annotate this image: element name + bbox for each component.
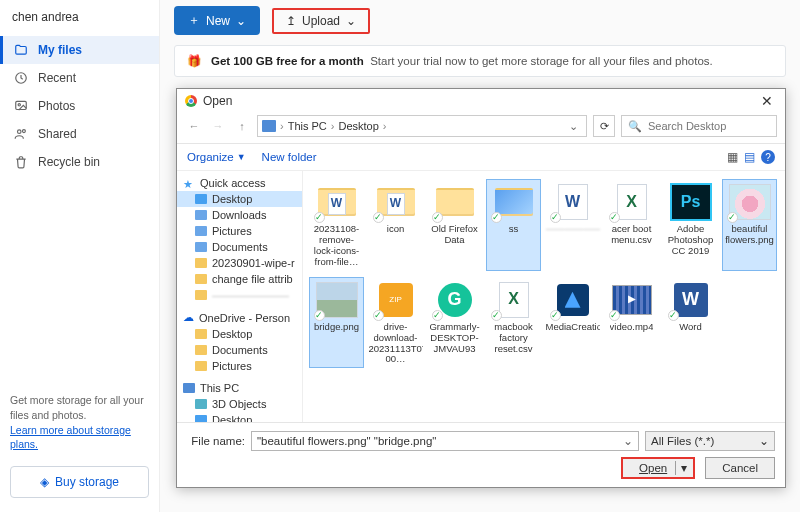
tree-folder-c[interactable]: ——————— (177, 287, 302, 303)
folder-icon (195, 329, 207, 339)
nav-recycle[interactable]: Recycle bin (0, 148, 159, 176)
back-button[interactable]: ← (185, 120, 203, 132)
view-details-button[interactable]: ▤ (744, 150, 755, 164)
open-button[interactable]: Open▾ (621, 457, 695, 479)
new-folder-button[interactable]: New folder (262, 151, 317, 163)
chevron-down-icon: ▼ (237, 152, 246, 162)
organize-menu[interactable]: Organize ▼ (187, 151, 246, 163)
synced-icon: ✓ (550, 310, 561, 321)
pc-icon (262, 120, 276, 132)
file-item[interactable]: X✓acer boot menu.csv (604, 179, 659, 271)
documents-icon (195, 242, 207, 252)
crumb-leaf[interactable]: Desktop (338, 120, 378, 132)
filename-input[interactable]: "beautiful flowers.png" "bridge.png"⌄ (251, 431, 639, 451)
file-item[interactable]: G✓Grammarly-DESKTOP-JMVAU93 (427, 277, 482, 369)
file-grid: W✓20231108-remove-lock-icons-from-file… … (303, 171, 785, 422)
file-item[interactable]: W✓20231108-remove-lock-icons-from-file… (309, 179, 364, 271)
chevron-down-icon[interactable]: ▾ (675, 461, 687, 475)
diamond-icon: ◈ (40, 475, 49, 489)
svg-point-2 (18, 104, 20, 106)
file-item[interactable]: X✓macbook factory reset.csv (486, 277, 541, 369)
tree-3d-objects[interactable]: 3D Objects (177, 396, 302, 412)
file-item[interactable]: ✓ss (486, 179, 541, 271)
nav-my-files[interactable]: My files (0, 36, 159, 64)
filename-label: File name: (187, 435, 245, 447)
file-item[interactable]: PsAdobe Photoshop CC 2019 (663, 179, 718, 271)
file-item[interactable]: ▶✓video.mp4 (604, 277, 659, 369)
tree-this-pc[interactable]: This PC (177, 380, 302, 396)
synced-icon: ✓ (314, 212, 325, 223)
cloud-icon: ☁ (183, 311, 194, 324)
desktop-icon (195, 415, 207, 422)
synced-icon: ✓ (432, 212, 443, 223)
crumb-root[interactable]: This PC (288, 120, 327, 132)
dialog-nav: ← → ↑ › This PC › Desktop › ⌄ ⟳ 🔍 Search… (177, 113, 785, 144)
search-input[interactable]: 🔍 Search Desktop (621, 115, 777, 137)
downloads-icon (195, 210, 207, 220)
tree-downloads[interactable]: Downloads (177, 207, 302, 223)
forward-button[interactable]: → (209, 120, 227, 132)
file-type-filter[interactable]: All Files (*.*)⌄ (645, 431, 775, 451)
folder-icon (195, 290, 207, 300)
upload-button[interactable]: ↥ Upload ⌄ (272, 8, 370, 34)
nav-shared[interactable]: Shared (0, 120, 159, 148)
upload-label: Upload (302, 14, 340, 28)
folder-icon (195, 361, 207, 371)
upsell-link[interactable]: Learn more about storage plans. (10, 424, 131, 451)
tree-od-documents[interactable]: Documents (177, 342, 302, 358)
tree-folder-a[interactable]: 20230901-wipe-r (177, 255, 302, 271)
tree-od-pictures[interactable]: Pictures (177, 358, 302, 374)
file-item[interactable]: W✓——————— (545, 179, 600, 271)
nav-label: Photos (38, 99, 75, 113)
synced-icon: ✓ (668, 310, 679, 321)
tree-pictures[interactable]: Pictures (177, 223, 302, 239)
upsell-block: Get more storage for all your files and … (10, 393, 149, 452)
buy-storage-button[interactable]: ◈ Buy storage (10, 466, 149, 498)
tree-folder-b[interactable]: change file attrib (177, 271, 302, 287)
file-item[interactable]: ZIP✓drive-download-20231113T071245Z-00… (368, 277, 423, 369)
chevron-down-icon[interactable]: ⌄ (565, 120, 582, 133)
file-item[interactable]: W✓icon (368, 179, 423, 271)
gift-icon: 🎁 (187, 54, 201, 68)
tree-od-desktop[interactable]: Desktop (177, 326, 302, 342)
refresh-button[interactable]: ⟳ (593, 115, 615, 137)
synced-icon: ✓ (609, 212, 620, 223)
file-item[interactable]: ✓Old Firefox Data (427, 179, 482, 271)
folder-icon (195, 345, 207, 355)
file-item[interactable]: W✓Word (663, 277, 718, 369)
help-button[interactable]: ? (761, 150, 775, 164)
chevron-down-icon: ⌄ (346, 14, 356, 28)
upload-icon: ↥ (286, 14, 296, 28)
chrome-icon (185, 95, 197, 107)
tree-onedrive[interactable]: ☁OneDrive - Person (177, 309, 302, 326)
user-name: chen andrea (0, 6, 159, 28)
file-item[interactable]: ✓beautiful flowers.png (722, 179, 777, 271)
search-icon: 🔍 (628, 120, 642, 133)
upsell-text: Get more storage for all your files and … (10, 394, 144, 421)
nav-recent[interactable]: Recent (0, 64, 159, 92)
nav-photos[interactable]: Photos (0, 92, 159, 120)
tree-quick-access[interactable]: ★Quick access (177, 175, 302, 191)
tree-pc-desktop[interactable]: Desktop (177, 412, 302, 422)
synced-icon: ✓ (550, 212, 561, 223)
chevron-down-icon: ⌄ (759, 434, 769, 448)
file-item[interactable]: ✓bridge.png (309, 277, 364, 369)
tree-desktop[interactable]: Desktop (177, 191, 302, 207)
breadcrumb[interactable]: › This PC › Desktop › ⌄ (257, 115, 587, 137)
folder-tree: ★Quick access Desktop Downloads Pictures… (177, 171, 303, 422)
open-dialog: Open ✕ ← → ↑ › This PC › Desktop › ⌄ ⟳ 🔍… (176, 88, 786, 488)
close-button[interactable]: ✕ (757, 93, 777, 109)
clock-icon (14, 71, 28, 85)
tree-documents[interactable]: Documents (177, 239, 302, 255)
file-item[interactable]: ✓MediaCreationTool22H2.exe (545, 277, 600, 369)
cancel-button[interactable]: Cancel (705, 457, 775, 479)
new-button[interactable]: ＋ New ⌄ (174, 6, 260, 35)
nav-list: My files Recent Photos Shared Recycle bi… (0, 36, 159, 176)
up-button[interactable]: ↑ (233, 120, 251, 132)
view-large-icons-button[interactable]: ▦ (727, 150, 738, 164)
synced-icon: ✓ (373, 212, 384, 223)
nav-label: Recent (38, 71, 76, 85)
svg-point-4 (22, 130, 25, 133)
chevron-down-icon[interactable]: ⌄ (623, 434, 633, 448)
new-label: New (206, 14, 230, 28)
